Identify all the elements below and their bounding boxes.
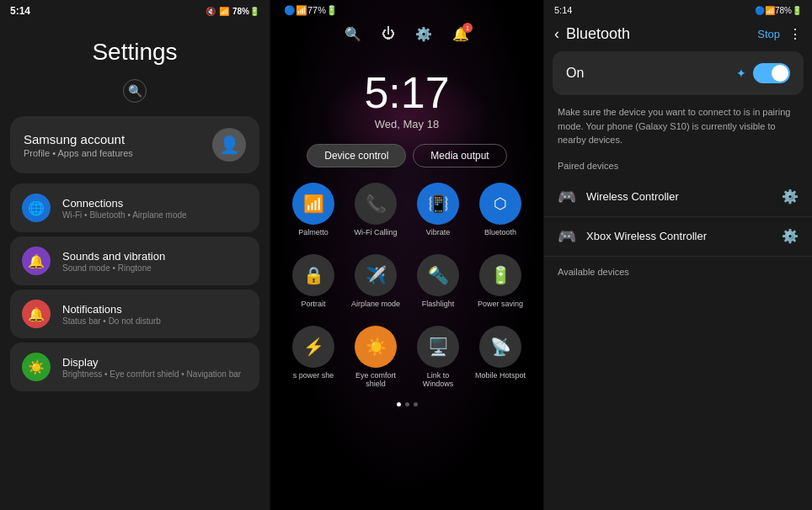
gamepad-icon: 🎮 [558,188,576,206]
bt-header-right: Stop ⋮ [757,26,802,42]
eye-comfort-label: Eye comfort shield [350,371,402,390]
wifi-label: Palmetto [298,228,329,237]
battery-saver-label: s power she [293,371,334,380]
quick-grid: 📶 Palmetto 📞 Wi-Fi Calling 📳 Vibrate ⬡ B… [270,176,543,396]
back-button[interactable]: ‹ [554,25,559,43]
quick-item-eye-comfort[interactable]: ☀️ Eye comfort shield [346,319,405,396]
bt-description: Make sure the device you want to connect… [544,95,812,157]
device-name-xbox: Xbox Wireless Controller [586,230,707,242]
flashlight-label: Flashlight [422,300,455,309]
notifications-icon: 🔔 [22,300,51,328]
quick-top-icons: 🔍 ⏻ ⚙️ 🔔1 [270,21,543,50]
device-left-xbox: 🎮 Xbox Wireless Controller [558,227,707,246]
bt-status-icons: 🔵📶78%🔋 [755,6,802,15]
quick-item-bluetooth[interactable]: ⬡ Bluetooth [471,176,530,244]
settings-item-notifications[interactable]: 🔔 Notifications Status bar • Do not dist… [10,290,259,338]
quick-item-battery-saver[interactable]: ⚡ s power she [284,319,343,396]
display-icon: ☀️ [22,353,51,381]
connections-text: Connections Wi-Fi • Bluetooth • Airplane… [62,197,187,220]
account-name: Samsung account [24,132,133,146]
quick-status-icons: 🔵📶77%🔋 [284,5,338,16]
available-devices-title: Available devices [544,257,812,280]
search-icon[interactable]: 🔍 [123,79,147,103]
quick-item-link-windows[interactable]: 🖥️ Link to Windows [409,319,467,396]
bt-toggle-row[interactable]: On ✦ [553,51,804,95]
quick-item-wifi-calling[interactable]: 📞 Wi-Fi Calling [346,176,405,244]
eye-comfort-button[interactable]: ☀️ [355,326,397,368]
bluetooth-button[interactable]: ⬡ [479,183,521,225]
account-sub: Profile • Apps and features [24,148,133,158]
stop-button[interactable]: Stop [757,28,780,40]
wifi-button[interactable]: 📶 [292,183,334,225]
bt-toggle-right: ✦ [736,63,790,83]
connections-sub: Wi-Fi • Bluetooth • Airplane mode [62,210,187,220]
settings-title: Settings [0,22,270,74]
device-settings-icon[interactable]: ⚙️ [782,189,799,205]
bt-device-xbox-controller[interactable]: 🎮 Xbox Wireless Controller ⚙️ [544,217,812,257]
device-name-wireless: Wireless Controller [586,190,679,203]
settings-icon[interactable]: ⚙️ [415,26,432,42]
link-windows-label: Link to Windows [412,371,464,390]
connections-title: Connections [62,197,187,210]
bt-spinner-icon: ✦ [736,66,746,80]
hotspot-button[interactable]: 📡 [479,326,521,368]
quick-settings-panel: 🔵📶77%🔋 🔍 ⏻ ⚙️ 🔔1 5:17 Wed, May 18 Device… [270,0,543,510]
settings-items-list: 🌐 Connections Wi-Fi • Bluetooth • Airpla… [0,177,270,401]
tab-device-control[interactable]: Device control [307,144,406,167]
bt-status-bar: 5:14 🔵📶78%🔋 [544,0,812,20]
quick-date: Wed, May 18 [270,118,543,144]
quick-item-wifi[interactable]: 📶 Palmetto [284,176,343,244]
portrait-button[interactable]: 🔒 [292,254,334,296]
sounds-text: Sounds and vibration Sound mode • Ringto… [62,250,165,273]
xbox-gamepad-icon: 🎮 [558,227,576,246]
airplane-button[interactable]: ✈️ [355,254,397,296]
more-options-icon[interactable]: ⋮ [788,26,802,42]
display-sub: Brightness • Eye comfort shield • Naviga… [62,369,241,379]
portrait-label: Portrait [301,300,325,309]
quick-item-vibrate[interactable]: 📳 Vibrate [409,176,467,244]
bluetooth-panel: 5:14 🔵📶78%🔋 ‹ Bluetooth Stop ⋮ On ✦ Make… [543,0,812,510]
quick-item-power-saving[interactable]: 🔋 Power saving [471,247,530,316]
quick-item-portrait[interactable]: 🔒 Portrait [284,247,343,316]
sounds-icon: 🔔 [22,247,51,275]
bluetooth-label: Bluetooth [484,228,516,237]
settings-status-bar: 5:14 🔇 📶 78%🔋 [0,0,270,22]
samsung-account-card[interactable]: Samsung account Profile • Apps and featu… [10,116,259,173]
bt-on-label: On [566,66,584,81]
wifi-calling-button[interactable]: 📞 [355,183,397,225]
quick-item-flashlight[interactable]: 🔦 Flashlight [409,247,467,316]
bluetooth-toggle[interactable] [753,63,790,83]
dot-2 [405,402,409,406]
bt-device-wireless-controller[interactable]: 🎮 Wireless Controller ⚙️ [544,178,812,217]
search-icon[interactable]: 🔍 [345,26,361,42]
paired-devices-title: Paired devices [544,157,812,178]
xbox-settings-icon[interactable]: ⚙️ [782,228,799,244]
airplane-label: Airplane mode [351,300,400,309]
battery-saver-button[interactable]: ⚡ [292,326,334,368]
vibrate-button[interactable]: 📳 [417,183,459,225]
tab-media-output[interactable]: Media output [413,144,506,167]
dot-1 [397,402,401,406]
power-saving-button[interactable]: 🔋 [479,254,521,296]
settings-item-sounds[interactable]: 🔔 Sounds and vibration Sound mode • Ring… [10,236,259,285]
toggle-knob [772,65,788,82]
notifications-text: Notifications Status bar • Do not distur… [62,303,161,326]
power-icon[interactable]: ⏻ [382,26,395,42]
quick-item-hotspot[interactable]: 📡 Mobile Hotspot [471,319,530,396]
notification-icon[interactable]: 🔔1 [452,26,469,42]
power-saving-label: Power saving [478,300,523,309]
flashlight-button[interactable]: 🔦 [417,254,459,296]
wifi-calling-label: Wi-Fi Calling [354,228,397,237]
sounds-sub: Sound mode • Ringtone [62,263,165,273]
settings-item-connections[interactable]: 🌐 Connections Wi-Fi • Bluetooth • Airpla… [10,183,259,232]
quick-item-airplane[interactable]: ✈️ Airplane mode [346,247,405,316]
settings-time: 5:14 [10,5,30,17]
settings-item-display[interactable]: ☀️ Display Brightness • Eye comfort shie… [10,343,259,391]
settings-panel: 5:14 🔇 📶 78%🔋 Settings 🔍 Samsung account… [0,0,270,510]
bt-header-left: ‹ Bluetooth [554,25,630,43]
settings-search-area[interactable]: 🔍 [0,74,270,113]
link-windows-button[interactable]: 🖥️ [417,326,459,368]
settings-status-icons: 🔇 📶 78%🔋 [206,7,259,16]
dot-3 [414,402,418,406]
connections-icon: 🌐 [22,194,51,222]
